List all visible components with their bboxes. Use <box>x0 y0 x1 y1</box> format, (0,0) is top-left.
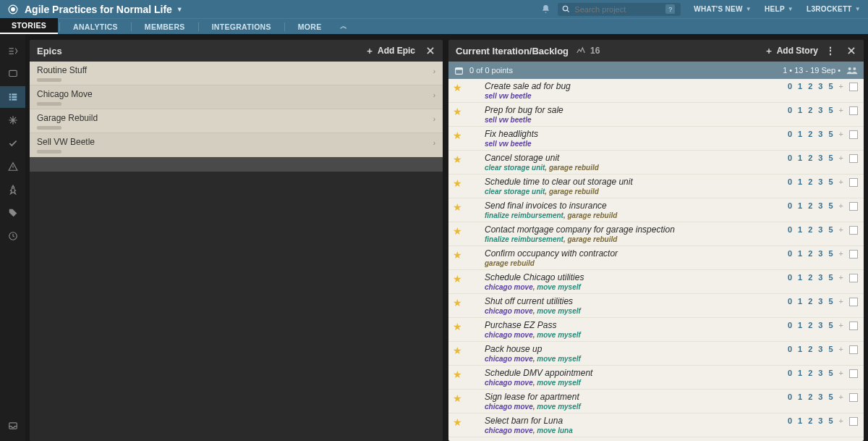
estimate-option[interactable]: 1 <box>798 106 802 114</box>
search-input[interactable] <box>574 5 661 14</box>
story-type-star-icon[interactable]: ★ <box>453 297 464 308</box>
user-menu[interactable]: L3ROCKETT▼ <box>807 5 861 13</box>
story-checkbox[interactable] <box>849 202 858 211</box>
epic-row[interactable]: Chicago Move › <box>30 85 443 109</box>
estimate-option[interactable]: 0 <box>788 273 792 282</box>
story-row[interactable]: ★ Purchase EZ Pass chicago move, move my… <box>448 318 864 342</box>
estimate-option[interactable]: 2 <box>808 82 812 91</box>
close-panel-icon[interactable] <box>425 46 435 56</box>
nav-collapse-icon[interactable]: ︽ <box>333 18 354 34</box>
estimate-option[interactable]: 5 <box>828 273 833 282</box>
story-checkbox[interactable] <box>849 226 858 235</box>
estimate-option[interactable]: 3 <box>818 321 822 329</box>
estimate-option[interactable]: 1 <box>798 82 802 91</box>
story-label[interactable]: garage rebuild <box>549 164 599 172</box>
nav-tab-integrations[interactable]: INTEGRATIONS <box>200 20 283 34</box>
add-story-button[interactable]: ＋ Add Story <box>765 45 818 57</box>
estimate-option[interactable]: 3 <box>818 249 822 258</box>
story-label[interactable]: garage rebuild <box>567 235 617 243</box>
story-checkbox[interactable] <box>849 83 858 91</box>
story-label[interactable]: chicago move <box>485 403 533 411</box>
story-checkbox[interactable] <box>849 298 858 306</box>
sidebar-tray-icon[interactable] <box>0 415 25 437</box>
estimate-more-icon[interactable]: + <box>839 392 843 401</box>
nav-tab-members[interactable]: MEMBERS <box>133 20 197 34</box>
estimate-option[interactable]: 2 <box>808 273 812 282</box>
sidebar-mywork-icon[interactable] <box>0 63 25 85</box>
estimate-more-icon[interactable]: + <box>839 297 843 306</box>
story-checkbox[interactable] <box>849 393 858 402</box>
story-type-star-icon[interactable]: ★ <box>453 225 464 237</box>
sidebar-done-icon[interactable] <box>0 133 25 154</box>
estimate-option[interactable]: 5 <box>828 297 833 306</box>
story-checkbox[interactable] <box>849 417 858 426</box>
estimate-option[interactable]: 0 <box>788 297 792 306</box>
sidebar-expand-icon[interactable] <box>0 40 25 62</box>
add-epic-button[interactable]: ＋ Add Epic <box>365 45 415 57</box>
estimate-option[interactable]: 3 <box>818 106 822 114</box>
story-label[interactable]: clear storage unit <box>485 188 545 196</box>
sidebar-history-icon[interactable] <box>0 225 25 247</box>
story-label[interactable]: finalize reimbursement <box>485 211 563 219</box>
story-label[interactable]: move myself <box>537 283 581 291</box>
sidebar-icebox-icon[interactable] <box>0 109 25 131</box>
estimate-option[interactable]: 1 <box>798 369 802 377</box>
story-checkbox[interactable] <box>849 250 858 259</box>
story-row[interactable]: ★ Select barn for Luna chicago move, mov… <box>448 413 864 437</box>
story-type-star-icon[interactable]: ★ <box>453 130 464 141</box>
story-label[interactable]: move myself <box>537 403 581 411</box>
estimate-option[interactable]: 2 <box>808 225 812 234</box>
story-label[interactable]: chicago move <box>485 379 533 387</box>
estimate-option[interactable]: 0 <box>788 82 792 91</box>
estimate-more-icon[interactable]: + <box>839 369 843 377</box>
story-type-star-icon[interactable]: ★ <box>453 416 464 428</box>
story-label[interactable]: sell vw beetle <box>485 140 531 148</box>
story-checkbox[interactable] <box>849 345 858 354</box>
story-row[interactable]: ★ Contact mortgage company for garage in… <box>448 222 864 246</box>
story-label[interactable]: chicago move <box>485 355 533 363</box>
estimate-option[interactable]: 0 <box>788 130 792 138</box>
estimate-option[interactable]: 2 <box>808 177 812 186</box>
estimate-option[interactable]: 0 <box>788 392 792 401</box>
story-checkbox[interactable] <box>849 106 858 115</box>
story-label[interactable]: chicago move <box>485 331 533 339</box>
estimate-option[interactable]: 5 <box>828 154 833 162</box>
estimate-option[interactable]: 5 <box>828 321 833 329</box>
nav-tab-analytics[interactable]: ANALYTICS <box>61 20 129 34</box>
story-label[interactable]: garage rebuild <box>567 211 617 219</box>
sidebar-epics-icon[interactable] <box>0 179 25 201</box>
story-row[interactable]: ★ Schedule Luna's transportation chicago… <box>448 437 864 441</box>
estimate-option[interactable]: 2 <box>808 369 812 377</box>
estimate-option[interactable]: 1 <box>798 273 802 282</box>
estimate-more-icon[interactable]: + <box>839 345 843 353</box>
estimate-option[interactable]: 0 <box>788 201 792 210</box>
epic-row[interactable]: Sell VW Beetle › <box>30 133 443 157</box>
estimate-option[interactable]: 1 <box>798 130 802 138</box>
story-label[interactable]: move luna <box>537 427 572 434</box>
story-row[interactable]: ★ Schedule time to clear out storage uni… <box>448 175 864 198</box>
story-checkbox[interactable] <box>849 322 858 330</box>
story-label[interactable]: garage rebuild <box>549 188 599 196</box>
close-panel-icon[interactable] <box>846 46 856 56</box>
estimate-option[interactable]: 3 <box>818 82 822 91</box>
estimate-option[interactable]: 5 <box>828 130 833 138</box>
story-type-star-icon[interactable]: ★ <box>453 177 464 189</box>
estimate-option[interactable]: 1 <box>798 225 802 234</box>
story-checkbox[interactable] <box>849 178 858 187</box>
estimate-more-icon[interactable]: + <box>839 82 843 91</box>
story-type-star-icon[interactable]: ★ <box>453 106 464 117</box>
estimate-option[interactable]: 1 <box>798 201 802 210</box>
estimate-option[interactable]: 3 <box>818 345 822 353</box>
story-row[interactable]: ★ Schedule Chicago utilities chicago mov… <box>448 270 864 294</box>
team-icon[interactable] <box>846 66 858 75</box>
story-type-star-icon[interactable]: ★ <box>453 273 464 285</box>
story-label[interactable]: garage rebuild <box>485 259 535 267</box>
estimate-option[interactable]: 0 <box>788 249 792 258</box>
estimate-option[interactable]: 2 <box>808 345 812 353</box>
story-label[interactable]: chicago move <box>485 307 533 315</box>
nav-tab-more[interactable]: MORE <box>286 20 333 34</box>
story-type-star-icon[interactable]: ★ <box>453 154 464 165</box>
story-label[interactable]: clear storage unit <box>485 164 545 172</box>
story-row[interactable]: ★ Prep for bug for sale sell vw beetle 0… <box>448 103 864 127</box>
sidebar-labels-icon[interactable] <box>0 202 25 224</box>
